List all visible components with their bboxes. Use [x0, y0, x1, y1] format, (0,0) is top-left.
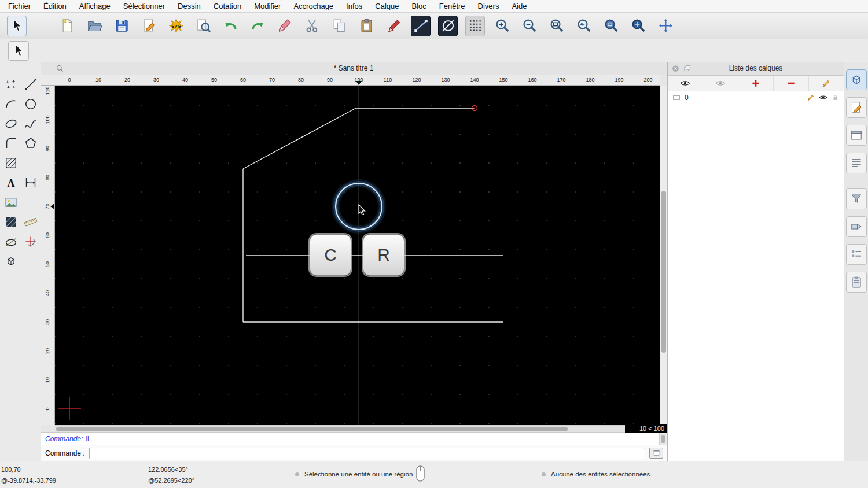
zoom-previous-button[interactable] [574, 16, 594, 36]
menu-affichage[interactable]: Affichage [79, 2, 111, 10]
layer-list-panel: Liste des calques 0 [667, 62, 844, 461]
command-history-scrollbar[interactable] [659, 433, 667, 445]
paste-button[interactable] [356, 16, 376, 36]
edit-layer-button[interactable] [809, 76, 844, 91]
menu-calque[interactable]: Calque [375, 2, 399, 10]
horizontal-scrollbar[interactable] [55, 425, 660, 432]
circle-attributes-button[interactable] [438, 16, 458, 36]
new-drawing-button[interactable] [57, 16, 77, 36]
select-button[interactable] [7, 16, 27, 36]
polyline-tool-button[interactable] [2, 134, 20, 152]
h-ruler-label: 110 [384, 77, 392, 83]
dimension-tool-button[interactable] [21, 173, 39, 191]
hint-bullet [295, 472, 299, 476]
edit-drawing-button[interactable] [139, 16, 159, 36]
hatch-tool-button[interactable] [2, 154, 20, 172]
hide-all-layers-button[interactable] [703, 76, 738, 91]
dock-library-button[interactable] [846, 272, 867, 293]
snap-modify-tool-button[interactable] [21, 232, 39, 250]
dock-filter-button[interactable] [846, 188, 867, 209]
menu-edition[interactable]: Édition [43, 2, 67, 10]
pen-attributes-button[interactable] [384, 16, 403, 36]
zoom-window-button[interactable] [601, 16, 621, 36]
zoom-in-button[interactable] [492, 16, 512, 36]
close-panel-icon[interactable] [671, 64, 680, 73]
vertical-scrollbar[interactable] [660, 86, 667, 425]
layers-panel-header: Liste des calques [668, 62, 844, 76]
arc-tool-button[interactable] [2, 95, 20, 113]
float-panel-icon[interactable] [683, 64, 692, 73]
h-ruler-label: 30 [153, 77, 159, 83]
menu-aide[interactable]: Aide [512, 2, 527, 10]
edit-layer-icon[interactable] [807, 93, 815, 102]
spline-tool-button[interactable] [21, 114, 39, 132]
copy-button[interactable] [329, 16, 349, 36]
ellipse-tool-button[interactable] [2, 114, 20, 132]
dock-command-button[interactable] [846, 244, 867, 265]
dock-list-button[interactable] [846, 153, 867, 173]
layer-visibility-icon[interactable] [819, 93, 827, 102]
zoom-auto-button[interactable] [547, 16, 567, 36]
v-ruler-label: 110 [44, 85, 51, 97]
dock-edit-button[interactable] [846, 97, 867, 118]
polygon-tool-button[interactable] [21, 134, 39, 152]
command-input[interactable] [89, 448, 645, 459]
fill-tool-button[interactable] [2, 213, 20, 231]
menu-dessin[interactable]: Dessin [178, 2, 201, 10]
image-tool-button[interactable] [2, 193, 20, 211]
relative-coordinates: @-39.8714,-33.799 [1, 477, 56, 484]
print-preview-button[interactable] [193, 16, 213, 36]
remove-layer-button[interactable] [774, 76, 809, 91]
h-ruler-label: 180 [586, 77, 594, 83]
show-all-layers-button[interactable] [668, 76, 703, 91]
command-input-row: Commande : [41, 445, 667, 461]
snap-grid-button[interactable] [465, 16, 485, 36]
mouse-icon [414, 464, 426, 484]
dock-window-button[interactable] [846, 125, 867, 146]
delete-entities-button[interactable] [275, 16, 295, 36]
menu-infos[interactable]: Infos [346, 2, 362, 10]
vertical-scrollbar-thumb[interactable] [661, 191, 666, 353]
redo-button[interactable] [248, 16, 267, 36]
menu-divers[interactable]: Divers [478, 2, 499, 10]
right-click-hint: Aucune des entités sélectionnées. [542, 471, 652, 478]
open-drawing-button[interactable] [84, 16, 104, 36]
line-attributes-button[interactable] [411, 16, 431, 36]
horizontal-scrollbar-thumb[interactable] [56, 427, 568, 431]
menu-modifier[interactable]: Modifier [254, 2, 281, 10]
menu-selectionner[interactable]: Sélectionner [123, 2, 165, 10]
measure-tool-button[interactable] [21, 213, 39, 231]
drawing-canvas[interactable]: CR [55, 86, 660, 425]
h-ruler-cursor-marker [356, 81, 362, 85]
command-detach-button[interactable] [649, 448, 663, 459]
left-click-hint: Sélectionne une entité ou une région [295, 471, 413, 478]
solid-tool-button[interactable] [2, 252, 20, 270]
dock-3d-view-button[interactable] [846, 69, 867, 90]
circle-tool-button[interactable] [21, 95, 39, 113]
modify-tool-button[interactable] [2, 232, 20, 250]
pan-button[interactable] [656, 16, 675, 36]
select-tool-button[interactable] [8, 41, 29, 61]
menu-cotation[interactable]: Cotation [214, 2, 241, 10]
menu-fenetre[interactable]: Fenêtre [439, 2, 465, 10]
layer-row[interactable]: 0 [668, 91, 844, 103]
undo-button[interactable] [220, 16, 240, 36]
add-layer-button[interactable] [738, 76, 774, 91]
h-ruler-label: 70 [269, 77, 275, 83]
zoom-selection-button[interactable] [628, 16, 648, 36]
v-ruler-label: 0 [44, 403, 51, 415]
layer-lock-icon[interactable] [831, 93, 840, 102]
zoom-out-button[interactable] [520, 16, 539, 36]
menu-accrochage[interactable]: Accrochage [293, 2, 333, 10]
export-svg-button[interactable]: SVG [166, 16, 186, 36]
line-tool-button[interactable] [21, 75, 39, 93]
text-tool-button[interactable]: A [2, 173, 20, 191]
cut-button[interactable] [302, 16, 322, 36]
menu-fichier[interactable]: Fichier [8, 2, 31, 10]
v-ruler-cursor-marker [50, 204, 54, 209]
snap-points-tool-button[interactable] [2, 75, 20, 93]
ruler-corner [41, 75, 55, 86]
menu-bloc[interactable]: Bloc [411, 2, 426, 10]
save-drawing-button[interactable] [112, 16, 131, 36]
dock-block-button[interactable] [846, 216, 867, 237]
